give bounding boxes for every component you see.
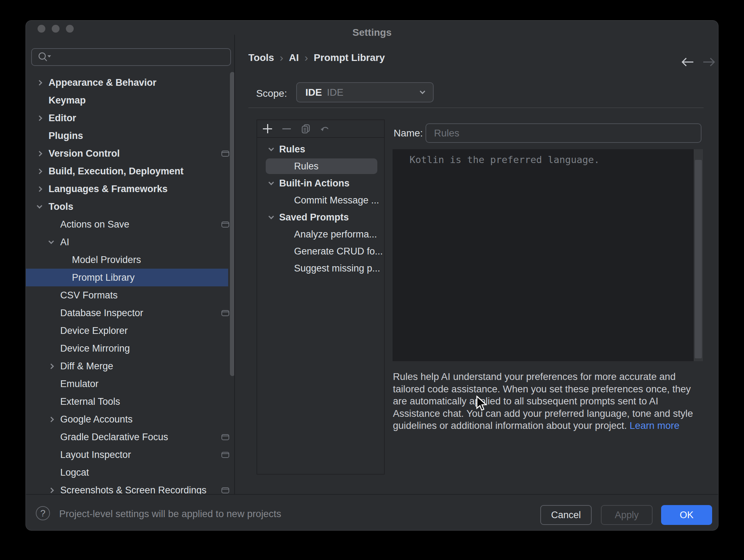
chevron-down-icon[interactable] (48, 238, 54, 244)
apply-button[interactable]: Apply (601, 505, 653, 525)
prompt-group-built-in-actions[interactable]: Built-in Actions (257, 175, 384, 192)
prompt-item-label: Suggest missing p... (294, 263, 380, 274)
selection-highlight (266, 158, 377, 174)
ok-button[interactable]: OK (661, 505, 712, 525)
sidebar-item-label: Version Control (49, 148, 120, 159)
prompt-editor[interactable]: Kotlin is the preferred language. (393, 149, 703, 361)
mouse-cursor (474, 396, 489, 413)
search-icon (38, 51, 52, 63)
prompt-item-analyze-performance[interactable]: Analyze performa... (257, 226, 384, 243)
breadcrumb-separator: › (305, 52, 308, 64)
chevron-right-icon[interactable] (36, 151, 42, 156)
chevron-right-icon[interactable] (36, 80, 42, 85)
chevron-down-icon (420, 89, 425, 94)
scope-selected-prefix: IDE (305, 87, 322, 98)
sidebar-item-label: Keymap (49, 95, 86, 106)
breadcrumb-tools[interactable]: Tools (248, 52, 274, 63)
chevron-right-icon[interactable] (36, 186, 42, 192)
editor-scrollbar-thumb[interactable] (695, 160, 702, 358)
chevron-right-icon[interactable] (36, 168, 42, 174)
sidebar-item-languages-frameworks[interactable]: Languages & Frameworks (26, 180, 234, 198)
prompt-group-rules[interactable]: Rules (257, 141, 384, 158)
sidebar-item-ai[interactable]: AI (26, 233, 234, 251)
duplicate-prompt-icon[interactable] (300, 123, 311, 134)
chevron-down-icon[interactable] (36, 203, 42, 208)
name-input-value: Rules (434, 128, 460, 139)
breadcrumb-ai[interactable]: AI (289, 52, 299, 63)
sidebar-item-label: Prompt Library (72, 272, 135, 283)
prompt-list-toolbar (257, 120, 384, 138)
sidebar-item-label: Diff & Merge (60, 361, 113, 372)
project-level-icon (221, 222, 229, 228)
editor-scrollbar-track[interactable] (694, 149, 703, 361)
sidebar-item-screenshots-screen-recordings[interactable]: Screenshots & Screen Recordings (26, 481, 234, 494)
sidebar-divider (234, 35, 235, 494)
project-level-icon (221, 452, 229, 458)
scope-label: Scope: (256, 88, 287, 99)
sidebar-item-label: Editor (49, 113, 76, 124)
sidebar-item-model-providers[interactable]: Model Providers (26, 251, 234, 269)
sidebar-item-layout-inspector[interactable]: Layout Inspector (26, 446, 234, 464)
sidebar-item-actions-on-save[interactable]: Actions on Save (26, 215, 234, 233)
sidebar-item-label: Actions on Save (60, 219, 129, 230)
help-icon[interactable]: ? (36, 506, 50, 520)
chevron-down-icon[interactable] (268, 213, 274, 219)
name-input[interactable]: Rules (425, 123, 701, 143)
sidebar-item-csv-formats[interactable]: CSV Formats (26, 286, 234, 304)
sidebar-item-database-inspector[interactable]: Database Inspector (26, 304, 234, 322)
search-input[interactable] (31, 48, 231, 66)
chevron-right-icon[interactable] (36, 115, 42, 121)
prompt-item-label: Analyze performa... (294, 229, 377, 240)
prompt-item-rules-selected[interactable]: Rules (257, 158, 384, 175)
prompt-tree: Rules Rules Built-in Actions Commit Mess… (257, 141, 384, 277)
back-arrow-icon[interactable] (680, 56, 695, 68)
project-level-icon (221, 487, 229, 493)
sidebar-item-prompt-library[interactable]: Prompt Library (26, 269, 228, 286)
chevron-right-icon[interactable] (48, 487, 54, 493)
scope-selected-value: IDE (327, 87, 344, 98)
sidebar-item-build-execution-deployment[interactable]: Build, Execution, Deployment (26, 162, 234, 180)
sidebar-item-plugins[interactable]: Plugins (26, 127, 234, 145)
chevron-right-icon[interactable] (48, 363, 54, 369)
breadcrumb: Tools › AI › Prompt Library (248, 52, 385, 64)
sidebar-item-label: Languages & Frameworks (49, 184, 168, 195)
sidebar-item-tools[interactable]: Tools (26, 198, 234, 215)
prompt-group-saved-prompts[interactable]: Saved Prompts (257, 209, 384, 226)
sidebar-item-device-explorer[interactable]: Device Explorer (26, 322, 234, 340)
chevron-right-icon[interactable] (48, 416, 54, 422)
sidebar-item-gradle-declarative-focus[interactable]: Gradle Declarative Focus (26, 428, 234, 446)
chevron-down-icon[interactable] (268, 145, 274, 151)
cancel-button[interactable]: Cancel (540, 505, 592, 525)
project-level-icon (221, 434, 229, 440)
sidebar-item-device-mirroring[interactable]: Device Mirroring (26, 340, 234, 357)
sidebar-item-emulator[interactable]: Emulator (26, 375, 234, 393)
prompt-item-suggest-missing[interactable]: Suggest missing p... (257, 260, 384, 277)
sidebar-item-label: Model Providers (72, 254, 141, 265)
search-history-caret-icon (47, 55, 51, 57)
sidebar-item-google-accounts[interactable]: Google Accounts (26, 410, 234, 428)
prompt-item-label: Rules (294, 161, 319, 172)
sidebar-item-label: Plugins (49, 130, 83, 141)
sidebar-item-label: Device Explorer (60, 325, 128, 336)
undo-icon[interactable] (320, 123, 330, 134)
sidebar-item-version-control[interactable]: Version Control (26, 145, 234, 162)
prompt-editor-text: Kotlin is the preferred language. (410, 154, 599, 165)
section-divider (248, 107, 704, 108)
sidebar-item-label: Build, Execution, Deployment (49, 166, 184, 177)
project-level-icon (221, 151, 229, 157)
sidebar-item-appearance-behavior[interactable]: Appearance & Behavior (26, 74, 234, 91)
prompt-item-generate-crud[interactable]: Generate CRUD fo... (257, 243, 384, 260)
prompt-item-commit-message[interactable]: Commit Message ... (257, 192, 384, 209)
breadcrumb-separator: › (280, 52, 283, 64)
sidebar-item-editor[interactable]: Editor (26, 109, 234, 127)
learn-more-link[interactable]: Learn more (630, 420, 680, 431)
sidebar-item-diff-merge[interactable]: Diff & Merge (26, 357, 234, 375)
chevron-down-icon[interactable] (268, 179, 274, 185)
forward-arrow-icon[interactable] (701, 56, 717, 68)
add-prompt-button[interactable] (262, 123, 273, 134)
sidebar-item-external-tools[interactable]: External Tools (26, 393, 234, 410)
remove-prompt-button[interactable] (281, 123, 292, 134)
sidebar-item-keymap[interactable]: Keymap (26, 91, 234, 109)
scope-dropdown[interactable]: IDE IDE (296, 82, 434, 102)
sidebar-item-logcat[interactable]: Logcat (26, 464, 234, 481)
